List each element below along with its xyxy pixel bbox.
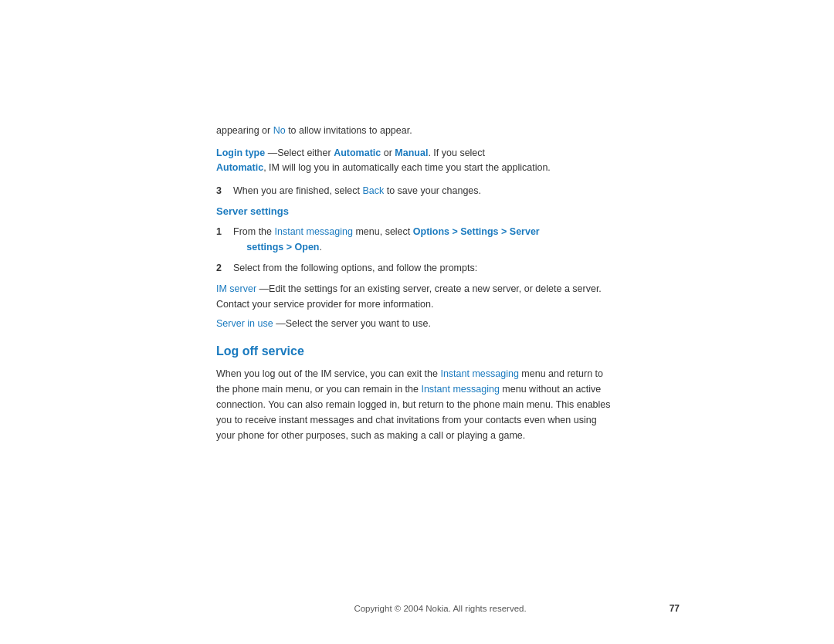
log-off-heading: Log off service	[216, 344, 618, 358]
im-server-text: —Edit the settings for an existing serve…	[216, 283, 602, 309]
manual-link: Manual	[395, 147, 428, 158]
server-step-1-number: 1	[216, 225, 225, 239]
automatic-link: Automatic	[334, 147, 381, 158]
im-server-bullet: IM server —Edit the settings for an exis…	[216, 282, 618, 312]
server-step-2-number: 2	[216, 261, 225, 276]
server-step-2: 2 Select from the following options, and…	[216, 261, 618, 276]
no-link: No	[273, 125, 286, 136]
im-server-label: IM server	[216, 283, 256, 294]
step-3: 3 When you are finished, select Back to …	[216, 184, 618, 198]
server-step-1: 1 From the Instant messaging menu, selec…	[216, 225, 618, 255]
automatic-ref: Automatic	[216, 162, 263, 173]
login-type-label: Login type	[216, 147, 265, 158]
server-in-use-bullet: Server in use —Select the server you wan…	[216, 317, 618, 331]
step-3-number: 3	[216, 184, 225, 198]
back-link: Back	[362, 185, 384, 196]
server-step-1-text: From the Instant messaging menu, select …	[233, 225, 540, 255]
server-step-2-text: Select from the following options, and f…	[233, 261, 477, 276]
login-type-block: Login type —Select either Automatic or M…	[216, 146, 618, 176]
step-3-text: When you are finished, select Back to sa…	[233, 184, 481, 198]
server-step-2-inner: 2 Select from the following options, and…	[216, 261, 618, 276]
login-type-or: or	[381, 147, 395, 158]
content-area: appearing or No to allow invitations to …	[216, 0, 618, 644]
server-settings-heading: Server settings	[216, 205, 618, 217]
server-step-1-inner: 1 From the Instant messaging menu, selec…	[216, 225, 618, 255]
page: appearing or No to allow invitations to …	[0, 0, 834, 644]
instant-messaging-link-3: Instant messaging	[421, 384, 499, 395]
server-in-use-text: —Select the server you want to use.	[273, 318, 431, 329]
login-type-suffix: . If you select	[428, 147, 485, 158]
login-type-desc: , IM will log you in automatically each …	[263, 162, 551, 173]
instant-messaging-link-2: Instant messaging	[440, 368, 518, 379]
footer-copyright: Copyright © 2004 Nokia. All rights reser…	[46, 604, 834, 613]
intro-line: appearing or No to allow invitations to …	[216, 124, 618, 138]
instant-messaging-link-1: Instant messaging	[275, 226, 353, 237]
server-in-use-label: Server in use	[216, 318, 273, 329]
footer-page-number: 77	[670, 603, 680, 614]
log-off-text: When you log out of the IM service, you …	[216, 366, 618, 443]
login-type-dash: —Select either	[265, 147, 334, 158]
footer: Copyright © 2004 Nokia. All rights reser…	[0, 604, 834, 613]
